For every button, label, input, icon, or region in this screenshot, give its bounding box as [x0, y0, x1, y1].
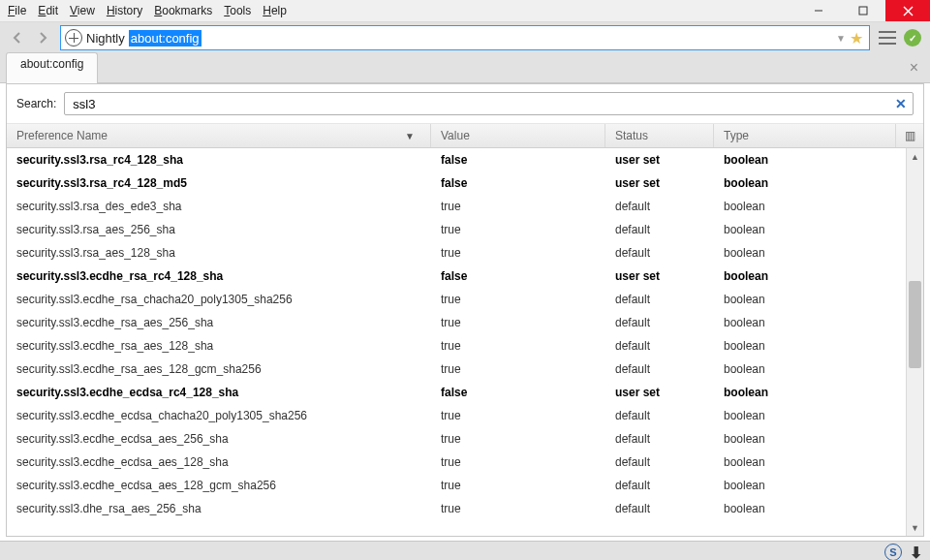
pref-rows: security.ssl3.rsa_rc4_128_shafalseuser s…: [7, 148, 906, 536]
pref-status: user set: [605, 176, 714, 190]
pref-type: boolean: [714, 293, 906, 306]
search-box[interactable]: ✕: [64, 92, 914, 115]
col-header-status[interactable]: Status: [605, 124, 714, 147]
scroll-thumb[interactable]: [909, 281, 921, 368]
menubar: FileEditViewHistoryBookmarksToolsHelp: [8, 4, 287, 17]
content-area: Search: ✕ Preference Name▼ Value Status …: [6, 83, 924, 537]
scroll-up-icon[interactable]: ▲: [907, 148, 923, 165]
status-bar: S ⬇: [0, 541, 930, 560]
pref-name: security.ssl3.ecdhe_ecdsa_aes_128_gcm_sh…: [7, 479, 431, 492]
svg-rect-1: [859, 7, 867, 15]
menu-view[interactable]: View: [70, 4, 95, 17]
scroll-track[interactable]: [907, 165, 923, 519]
status-s-icon[interactable]: S: [884, 544, 902, 560]
menu-edit[interactable]: Edit: [38, 4, 58, 17]
pref-type: boolean: [714, 316, 906, 329]
pref-value: true: [431, 200, 605, 213]
tab-about-config[interactable]: about:config: [6, 52, 98, 83]
pref-row[interactable]: security.ssl3.ecdhe_ecdsa_chacha20_poly1…: [7, 404, 906, 427]
pref-status: default: [605, 316, 714, 329]
pref-name: security.ssl3.ecdhe_rsa_rc4_128_sha: [7, 269, 431, 283]
pref-status: user set: [605, 153, 714, 167]
url-text: about:config: [129, 30, 202, 47]
pref-row[interactable]: security.ssl3.rsa_des_ede3_shatruedefaul…: [7, 195, 906, 218]
bookmark-star-icon[interactable]: ★: [850, 29, 863, 47]
pref-name: security.ssl3.rsa_rc4_128_sha: [7, 153, 431, 167]
menu-tools[interactable]: Tools: [224, 4, 251, 17]
col-header-type[interactable]: Type: [714, 124, 896, 147]
col-header-name[interactable]: Preference Name▼: [7, 124, 431, 147]
search-input[interactable]: [71, 96, 895, 112]
sort-desc-icon: ▼: [405, 131, 415, 141]
pref-name: security.ssl3.rsa_aes_128_sha: [7, 246, 431, 260]
pref-row[interactable]: security.ssl3.ecdhe_rsa_aes_128_shatrued…: [7, 334, 906, 358]
pref-row[interactable]: security.ssl3.ecdhe_rsa_rc4_128_shafalse…: [7, 264, 906, 288]
pref-type: boolean: [714, 502, 906, 515]
pref-name: security.ssl3.ecdhe_ecdsa_chacha20_poly1…: [7, 409, 431, 422]
nav-toolbar: Nightly about:config ▼ ★ ✓: [0, 22, 930, 53]
security-shield-icon[interactable]: ✓: [901, 26, 924, 49]
col-header-value[interactable]: Value: [431, 124, 605, 147]
pref-type: boolean: [714, 246, 906, 260]
menu-button[interactable]: [876, 26, 899, 49]
forward-button[interactable]: [31, 26, 54, 49]
pref-row[interactable]: security.ssl3.rsa_aes_128_shatruedefault…: [7, 241, 906, 264]
pref-type: boolean: [714, 386, 906, 399]
minimize-button[interactable]: [796, 0, 841, 21]
pref-value: false: [431, 386, 605, 399]
menu-file[interactable]: File: [8, 4, 26, 17]
pref-name: security.ssl3.ecdhe_rsa_aes_128_sha: [7, 339, 431, 353]
menu-help[interactable]: Help: [263, 4, 287, 17]
pref-type: boolean: [714, 362, 906, 376]
pref-row[interactable]: security.ssl3.rsa_rc4_128_shafalseuser s…: [7, 148, 906, 171]
globe-icon: [65, 29, 82, 47]
identity-label: Nightly: [86, 31, 125, 46]
pref-name: security.ssl3.ecdhe_ecdsa_aes_128_sha: [7, 455, 431, 469]
pref-row[interactable]: security.ssl3.ecdhe_ecdsa_aes_128_gcm_sh…: [7, 474, 906, 497]
tab-close-icon[interactable]: ×: [910, 59, 918, 77]
maximize-button[interactable]: [841, 0, 885, 21]
pref-value: true: [431, 502, 605, 515]
pref-value: true: [431, 455, 605, 469]
pref-status: default: [605, 455, 714, 469]
pref-value: true: [431, 479, 605, 492]
pref-value: true: [431, 223, 605, 236]
pref-status: default: [605, 502, 714, 515]
back-button[interactable]: [6, 26, 29, 49]
pref-value: false: [431, 153, 605, 167]
clear-search-icon[interactable]: ✕: [895, 96, 907, 111]
pref-name: security.ssl3.dhe_rsa_aes_256_sha: [7, 502, 431, 515]
pref-row[interactable]: security.ssl3.ecdhe_rsa_aes_128_gcm_sha2…: [7, 358, 906, 381]
search-row: Search: ✕: [7, 84, 923, 124]
pref-type: boolean: [714, 432, 906, 446]
dropdown-icon[interactable]: ▼: [836, 33, 846, 44]
pref-type: boolean: [714, 153, 906, 167]
menu-history[interactable]: History: [107, 4, 142, 17]
menu-bookmarks[interactable]: Bookmarks: [154, 4, 212, 17]
tab-strip: about:config ×: [0, 53, 930, 82]
pref-row[interactable]: security.ssl3.ecdhe_rsa_aes_256_shatrued…: [7, 311, 906, 334]
close-button[interactable]: [885, 0, 930, 21]
pref-name: security.ssl3.rsa_des_ede3_sha: [7, 200, 431, 213]
pref-row[interactable]: security.ssl3.rsa_rc4_128_md5falseuser s…: [7, 171, 906, 195]
pref-row[interactable]: security.ssl3.ecdhe_ecdsa_aes_128_shatru…: [7, 451, 906, 474]
pref-value: false: [431, 269, 605, 283]
status-download-icon[interactable]: ⬇: [910, 544, 922, 561]
url-bar[interactable]: Nightly about:config ▼ ★: [60, 25, 870, 50]
pref-row[interactable]: security.ssl3.dhe_rsa_aes_256_shatruedef…: [7, 497, 906, 520]
scrollbar[interactable]: ▲ ▼: [906, 148, 923, 536]
pref-row[interactable]: security.ssl3.ecdhe_ecdsa_rc4_128_shafal…: [7, 381, 906, 404]
pref-name: security.ssl3.rsa_rc4_128_md5: [7, 176, 431, 190]
pref-row[interactable]: security.ssl3.rsa_aes_256_shatruedefault…: [7, 218, 906, 241]
pref-row[interactable]: security.ssl3.ecdhe_ecdsa_aes_256_shatru…: [7, 427, 906, 451]
scroll-down-icon[interactable]: ▼: [907, 519, 923, 536]
pref-status: default: [605, 409, 714, 422]
search-label: Search:: [16, 97, 56, 110]
pref-value: true: [431, 293, 605, 306]
pref-name: security.ssl3.ecdhe_ecdsa_rc4_128_sha: [7, 386, 431, 399]
pref-value: true: [431, 246, 605, 260]
column-picker-icon[interactable]: ▥: [896, 124, 923, 147]
pref-row[interactable]: security.ssl3.ecdhe_rsa_chacha20_poly130…: [7, 288, 906, 311]
pref-status: user set: [605, 269, 714, 283]
pref-name: security.ssl3.ecdhe_rsa_chacha20_poly130…: [7, 293, 431, 306]
